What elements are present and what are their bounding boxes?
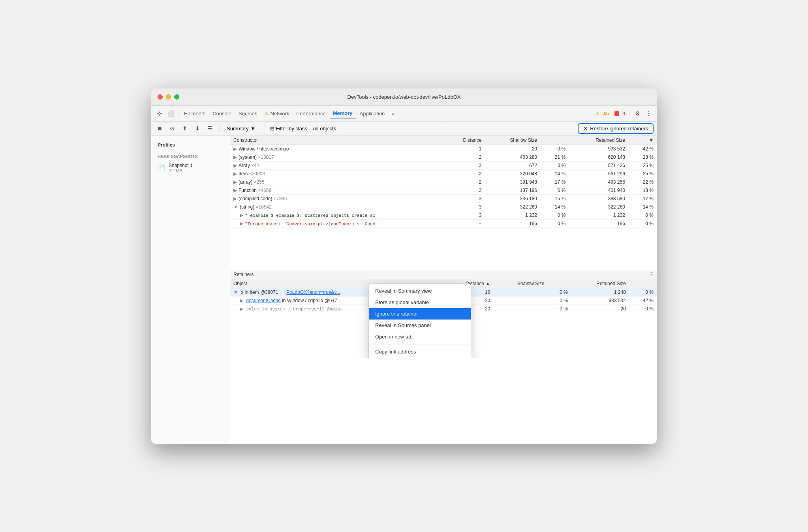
menu-item-copy-link[interactable]: Copy link address xyxy=(369,346,471,357)
expand-icon[interactable]: ▶ xyxy=(233,171,237,177)
expand-icon[interactable]: ▶ xyxy=(240,212,243,218)
table-row[interactable]: ▶Function ×4689 2 137 196 6 % 401 940 18… xyxy=(230,186,657,194)
ret-col-shallow: Shallow Size xyxy=(493,279,547,288)
snapshot-name: Snapshot 1 xyxy=(169,163,193,168)
tab-console[interactable]: Console xyxy=(209,109,235,118)
upper-table[interactable]: Constructor Distance Shallow Size Retain… xyxy=(230,136,657,270)
retainers-title: Retainers xyxy=(233,272,254,277)
col-shallow: Shallow Size xyxy=(485,136,540,145)
summary-label: Summary xyxy=(227,126,249,132)
tab-performance[interactable]: Performance xyxy=(293,109,329,118)
upload-button[interactable]: ⬆ xyxy=(180,123,190,133)
expand-icon[interactable]: ▶ xyxy=(233,146,237,152)
menu-item-reveal-summary[interactable]: Reveal in Summary view xyxy=(369,285,471,297)
separator-2 xyxy=(629,109,630,117)
expand-icon[interactable]: ▶ xyxy=(233,196,237,201)
expand-icon[interactable]: ▶ xyxy=(233,188,237,193)
window-title: DevTools - codepen.io/web-dot-dev/live/P… xyxy=(348,94,461,100)
more-options-icon[interactable]: ⋮ xyxy=(643,108,654,118)
close-button[interactable] xyxy=(158,94,163,100)
sidebar-item-snapshot1[interactable]: 📄 Snapshot 1 2.2 MB xyxy=(151,160,230,175)
title-bar: DevTools - codepen.io/web-dot-dev/live/P… xyxy=(151,88,657,106)
retainers-header: Retainers ☰ xyxy=(230,270,657,279)
menu-item-copy-file[interactable]: Copy file name xyxy=(369,357,471,358)
maximize-button[interactable] xyxy=(174,94,179,100)
menu-separator-1 xyxy=(369,344,471,344)
menu-item-store-global[interactable]: Store as global variable xyxy=(369,297,471,308)
lower-table[interactable]: Object Distance ▲ Shallow Size Retained … xyxy=(230,279,657,358)
ret-in-window: in Window / cdpn.io @647... xyxy=(282,298,341,303)
cursor-icon[interactable]: ⊹ xyxy=(154,108,165,118)
restore-label: Restore ignored retainers xyxy=(590,126,648,132)
tab-network[interactable]: ⚠ Network xyxy=(261,109,293,118)
filter-sep2 xyxy=(444,124,444,132)
table-row[interactable]: ▶Window / https://cdpn.io 1 20 0 % 933 5… xyxy=(230,145,657,153)
sidebar: Profiles HEAP SNAPSHOTS 📄 Snapshot 1 2.2… xyxy=(151,136,230,444)
record-button[interactable]: ⏺ xyxy=(154,123,165,133)
restore-x-icon: ✕ xyxy=(583,126,588,132)
expand-icon[interactable]: ▼ xyxy=(233,289,238,295)
sidebar-section: HEAP SNAPSHOTS xyxy=(151,152,230,160)
stop-button[interactable]: ⊘ xyxy=(167,123,177,133)
table-row[interactable]: ▶"Torque assert 'Convert<uintptr>(endInd… xyxy=(230,219,657,227)
col-shallow-pct xyxy=(540,136,569,145)
ret-col-retained-pct xyxy=(629,279,657,288)
table-row[interactable]: ▶(system) ×13817 2 463 280 21 % 620 148 … xyxy=(230,153,657,161)
tab-memory[interactable]: Memory xyxy=(330,109,356,118)
minimize-button[interactable] xyxy=(166,94,171,100)
expand-icon[interactable]: ▶ xyxy=(240,221,243,226)
filter-sep xyxy=(263,124,263,132)
download-button[interactable]: ⬇ xyxy=(192,123,203,133)
ret-link[interactable]: PoLdbOX?anon=true&v... xyxy=(286,289,340,295)
table-row[interactable]: ▶" example 3 example 3: scattered object… xyxy=(230,211,657,219)
warning-badge: ⚠ 327 xyxy=(595,111,612,116)
expand-icon[interactable]: ▶ xyxy=(240,306,243,312)
ret-value-label: value in system / PropertyCell @40163 xyxy=(246,307,342,312)
table-row[interactable]: ▶Array ×42 3 672 0 % 571 436 25 % xyxy=(230,161,657,169)
menu-item-reveal-sources[interactable]: Reveal in Sources panel xyxy=(369,320,471,331)
device-icon[interactable]: ⬜ xyxy=(165,108,176,118)
ret-object-label: x in Item @38071 xyxy=(241,289,280,295)
error-count: 4 xyxy=(621,111,627,116)
summary-dropdown[interactable]: Summary ▼ xyxy=(224,124,259,133)
main-content: Profiles HEAP SNAPSHOTS 📄 Snapshot 1 2.2… xyxy=(151,136,657,444)
table-row[interactable]: ▶(array) ×255 2 391 948 17 % 493 256 22 … xyxy=(230,178,657,186)
separator-1 xyxy=(178,109,179,117)
action-sep xyxy=(219,124,220,132)
filter-label: Filter by class xyxy=(276,126,307,132)
file-icon: 📄 xyxy=(280,290,285,295)
devtools-window: DevTools - codepen.io/web-dot-dev/live/P… xyxy=(151,88,657,444)
col-retained-sort[interactable]: ▼ xyxy=(628,136,657,145)
tab-application[interactable]: Application xyxy=(357,109,388,118)
settings-icon[interactable]: ⚙ xyxy=(632,108,643,118)
expand-icon[interactable]: ▶ xyxy=(240,298,243,303)
traffic-lights xyxy=(158,94,179,100)
context-menu: Reveal in Summary view Store as global v… xyxy=(368,283,471,358)
restore-ignored-button[interactable]: ✕ Restore ignored retainers xyxy=(578,123,654,134)
expand-icon[interactable]: ▼ xyxy=(233,204,238,210)
filter-by-class-button[interactable]: ⊟ Filter by class xyxy=(267,124,310,133)
ret-col-shallow-pct xyxy=(547,279,571,288)
table-row[interactable]: ▶Item ×20003 2 320 048 14 % 561 296 25 % xyxy=(230,169,657,178)
table-row[interactable]: ▼(string) ×16542 3 322 260 14 % 322 260 … xyxy=(230,203,657,211)
tab-elements[interactable]: Elements xyxy=(181,109,209,118)
tab-sources[interactable]: Sources xyxy=(235,109,261,118)
more-tabs-button[interactable]: » xyxy=(389,109,398,118)
expand-icon[interactable]: ▶ xyxy=(233,163,237,168)
table-area: Constructor Distance Shallow Size Retain… xyxy=(230,136,657,444)
menu-item-ignore-retainer[interactable]: Ignore this retainer xyxy=(369,308,471,320)
filter-input[interactable] xyxy=(313,126,440,132)
expand-icon[interactable]: ▶ xyxy=(233,179,237,185)
menu-item-open-tab[interactable]: Open in new tab xyxy=(369,331,471,342)
col-retained: Retained Size xyxy=(569,136,628,145)
ret-document-cache[interactable]: documentCache xyxy=(246,298,280,303)
snapshot-icon: 📄 xyxy=(158,164,165,171)
main-toolbar: ⊹ ⬜ Elements Console Sources ⚠ Network P… xyxy=(151,106,657,122)
table-row[interactable]: ▶(compiled code) ×7386 3 336 180 15 % 38… xyxy=(230,194,657,203)
expand-icon[interactable]: ▶ xyxy=(233,154,237,160)
constructor-table: Constructor Distance Shallow Size Retain… xyxy=(230,136,657,228)
action-bar: ⏺ ⊘ ⬆ ⬇ ☰ Summary ▼ ⊟ Filter by class ✕ … xyxy=(151,122,657,136)
snapshot-size: 2.2 MB xyxy=(169,168,193,173)
clear-button[interactable]: ☰ xyxy=(205,123,215,133)
filter-icon: ⊟ xyxy=(270,126,274,132)
